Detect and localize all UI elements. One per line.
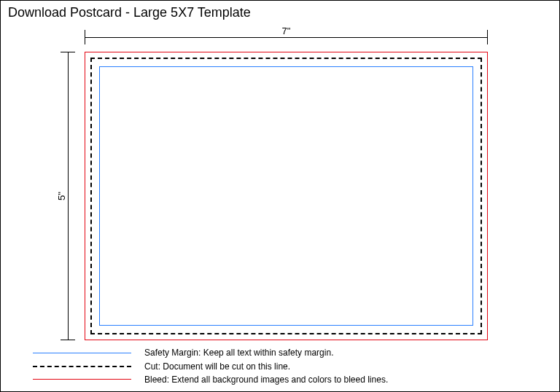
dim-bar-left	[68, 52, 69, 340]
legend-bleed-text: Bleed: Extend all background images and …	[144, 374, 388, 385]
legend-cut-lead: Cut:	[144, 361, 160, 372]
width-label: 7"	[276, 26, 298, 36]
dim-tick-right	[487, 30, 488, 44]
document-frame: Download Postcard - Large 5X7 Template 7…	[0, 0, 560, 392]
width-dimension: 7"	[85, 30, 488, 44]
cut-swatch	[33, 366, 131, 367]
legend-cut-text: Cut: Document will be cut on this line.	[144, 361, 290, 372]
safety-swatch	[33, 353, 131, 353]
legend-safety-lead: Safety Margin:	[144, 348, 201, 358]
template-diagram: 7" 5"	[1, 21, 560, 349]
safety-line	[99, 66, 473, 326]
legend-cut-desc: Document will be cut on this line.	[160, 361, 290, 372]
bleed-swatch	[33, 379, 131, 380]
legend-safety-text: Safety Margin: Keep all text within safe…	[144, 347, 333, 358]
dim-tick-bottom	[61, 340, 75, 340]
legend: Safety Margin: Keep all text within safe…	[33, 347, 388, 387]
legend-bleed-desc: Extend all background images and colors …	[169, 375, 388, 385]
legend-bleed-lead: Bleed:	[144, 375, 169, 385]
height-label: 5"	[56, 189, 67, 203]
legend-cut-row: Cut: Document will be cut on this line.	[33, 361, 388, 372]
height-dimension: 5"	[61, 52, 75, 340]
dim-bar-top	[85, 37, 488, 38]
legend-safety-desc: Keep all text within safety margin.	[201, 348, 333, 358]
legend-bleed-row: Bleed: Extend all background images and …	[33, 374, 388, 385]
page-title: Download Postcard - Large 5X7 Template	[8, 5, 251, 20]
legend-safety-row: Safety Margin: Keep all text within safe…	[33, 347, 388, 358]
